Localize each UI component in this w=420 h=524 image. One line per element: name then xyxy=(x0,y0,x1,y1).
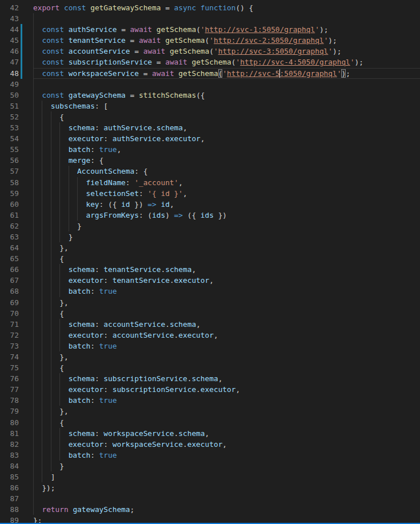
code-line-content[interactable]: subschemas: [ xyxy=(33,101,420,111)
line-number[interactable]: 42 xyxy=(0,2,19,13)
code-line[interactable]: 50 const gatewaySchema = stitchSchemas({ xyxy=(0,90,420,101)
gutter-margin[interactable] xyxy=(19,286,33,297)
code-line-content[interactable]: ] xyxy=(33,471,420,482)
code-line[interactable]: 79 }, xyxy=(0,406,420,417)
line-number[interactable]: 43 xyxy=(0,13,19,24)
code-line[interactable]: 66 schema: tenantService.schema, xyxy=(0,264,420,275)
code-line-content[interactable]: argsFromKeys: (ids) => ({ ids }) xyxy=(33,210,420,221)
code-line-content[interactable]: const accountService = await getSchema('… xyxy=(33,46,420,57)
code-line-content[interactable]: const tenantService = await getSchema('h… xyxy=(33,35,420,46)
code-line-content[interactable]: }); xyxy=(33,482,420,493)
gutter-margin[interactable] xyxy=(19,242,33,253)
code-line-content[interactable]: schema: tenantService.schema, xyxy=(33,264,420,275)
line-number[interactable]: 49 xyxy=(0,79,19,90)
line-number[interactable]: 73 xyxy=(0,341,19,351)
line-number[interactable]: 54 xyxy=(0,133,19,144)
code-line-content[interactable]: batch: true xyxy=(33,395,420,406)
line-number[interactable]: 65 xyxy=(0,253,19,264)
line-number[interactable]: 84 xyxy=(0,461,19,471)
code-line-content[interactable]: batch: true, xyxy=(33,144,420,155)
line-number[interactable]: 79 xyxy=(0,406,19,417)
gutter-margin[interactable] xyxy=(19,504,33,515)
code-line[interactable]: 76 schema: subscriptionService.schema, xyxy=(0,373,420,384)
code-line-content[interactable]: } xyxy=(33,231,420,242)
code-line-content[interactable]: }, xyxy=(33,242,420,253)
code-line[interactable]: 57 AccountSchema: { xyxy=(0,166,420,177)
code-line-content[interactable]: { xyxy=(33,308,420,319)
code-line[interactable]: 46 const accountService = await getSchem… xyxy=(0,46,420,57)
line-number[interactable]: 66 xyxy=(0,264,19,275)
code-line-content[interactable]: schema: workspaceService.schema, xyxy=(33,428,420,439)
line-number[interactable]: 55 xyxy=(0,144,19,155)
code-editor[interactable]: 42export const getGatewaySchema = async … xyxy=(0,0,420,524)
code-line[interactable]: 71 schema: accountService.schema, xyxy=(0,319,420,330)
line-number[interactable]: 52 xyxy=(0,111,19,122)
line-number[interactable]: 77 xyxy=(0,384,19,395)
code-line[interactable]: 60 key: ({ id }) => id, xyxy=(0,199,420,210)
code-line[interactable]: 83 batch: true xyxy=(0,450,420,461)
code-line[interactable]: 67 executor: tenantService.executor, xyxy=(0,275,420,286)
gutter-margin[interactable] xyxy=(19,417,33,428)
gutter-margin[interactable] xyxy=(19,264,33,275)
gutter-margin[interactable] xyxy=(19,46,33,57)
line-number[interactable]: 48 xyxy=(0,68,19,79)
code-line[interactable]: 85 ] xyxy=(0,471,420,482)
gutter-margin[interactable] xyxy=(19,406,33,417)
code-line-content[interactable]: export const getGatewaySchema = async fu… xyxy=(33,2,420,13)
line-number[interactable]: 60 xyxy=(0,199,19,210)
gutter-margin[interactable] xyxy=(19,362,33,373)
line-number[interactable]: 62 xyxy=(0,221,19,231)
code-line-content[interactable]: executor: workspaceService.executor, xyxy=(33,439,420,450)
code-line[interactable]: 49 xyxy=(0,79,420,90)
code-line[interactable]: 86 }); xyxy=(0,482,420,493)
line-number[interactable]: 75 xyxy=(0,362,19,373)
gutter-margin[interactable] xyxy=(19,461,33,471)
line-number[interactable]: 53 xyxy=(0,122,19,133)
gutter-margin[interactable] xyxy=(19,68,33,79)
code-line-content[interactable]: { xyxy=(33,417,420,428)
code-line-content[interactable]: const gatewaySchema = stitchSchemas({ xyxy=(33,90,420,101)
code-line-content[interactable] xyxy=(33,493,420,504)
code-line-content[interactable]: batch: true xyxy=(33,286,420,297)
code-line[interactable]: 62 } xyxy=(0,221,420,231)
gutter-margin[interactable] xyxy=(19,384,33,395)
code-line[interactable]: 87 xyxy=(0,493,420,504)
code-line[interactable]: 88 return gatewaySchema; xyxy=(0,504,420,515)
line-number[interactable]: 47 xyxy=(0,57,19,67)
code-line[interactable]: 51 subschemas: [ xyxy=(0,101,420,111)
code-line-content[interactable]: { xyxy=(33,111,420,122)
code-line[interactable]: 84 } xyxy=(0,461,420,471)
gutter-margin[interactable] xyxy=(19,450,33,461)
gutter-margin[interactable] xyxy=(19,188,33,199)
gutter-margin[interactable] xyxy=(19,57,33,67)
line-number[interactable]: 63 xyxy=(0,231,19,242)
code-line[interactable]: 55 batch: true, xyxy=(0,144,420,155)
line-number[interactable]: 76 xyxy=(0,373,19,384)
line-number[interactable]: 71 xyxy=(0,319,19,330)
line-number[interactable]: 59 xyxy=(0,188,19,199)
gutter-margin[interactable] xyxy=(19,351,33,362)
code-line-content[interactable]: AccountSchema: { xyxy=(33,166,420,177)
gutter-margin[interactable] xyxy=(19,482,33,493)
code-line[interactable]: 69 }, xyxy=(0,297,420,308)
gutter-margin[interactable] xyxy=(19,308,33,319)
code-line[interactable]: 78 batch: true xyxy=(0,395,420,406)
code-line-content[interactable] xyxy=(33,79,420,90)
gutter-margin[interactable] xyxy=(19,253,33,264)
code-line-content[interactable]: } xyxy=(33,461,420,471)
code-line[interactable]: 56 merge: { xyxy=(0,155,420,166)
code-line-content[interactable]: executor: subscriptionService.executor, xyxy=(33,384,420,395)
code-line-content[interactable]: const authService = await getSchema('htt… xyxy=(33,24,420,35)
code-line-content[interactable] xyxy=(33,13,420,24)
line-number[interactable]: 80 xyxy=(0,417,19,428)
line-number[interactable]: 46 xyxy=(0,46,19,57)
code-line[interactable]: 48 const workspaceService = await getSch… xyxy=(0,68,420,79)
gutter-margin[interactable] xyxy=(19,166,33,177)
gutter-margin[interactable] xyxy=(19,395,33,406)
line-number[interactable]: 51 xyxy=(0,101,19,111)
code-line[interactable]: 44 const authService = await getSchema('… xyxy=(0,24,420,35)
gutter-margin[interactable] xyxy=(19,177,33,188)
line-number[interactable]: 58 xyxy=(0,177,19,188)
line-number[interactable]: 70 xyxy=(0,308,19,319)
code-line[interactable]: 52 { xyxy=(0,111,420,122)
